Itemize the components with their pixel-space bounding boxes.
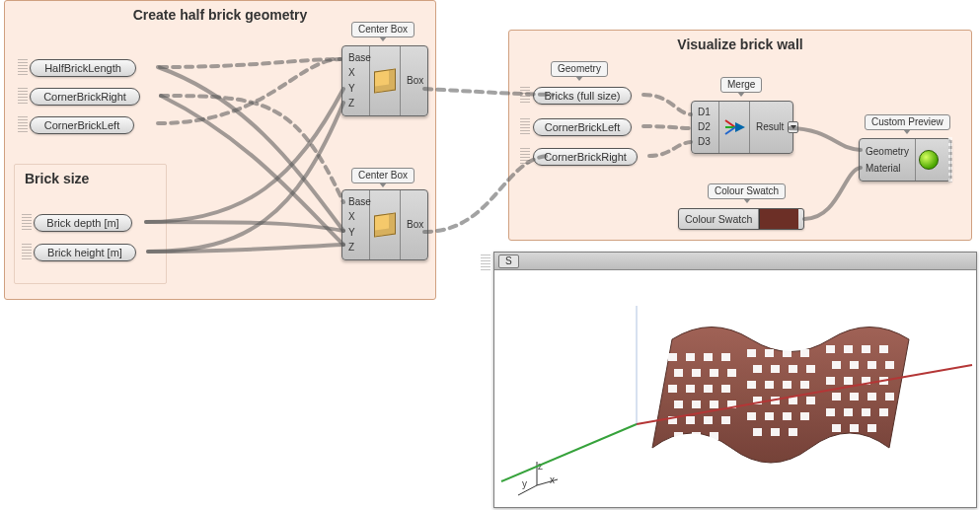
svg-rect-68 (710, 432, 718, 440)
svg-rect-23 (771, 365, 780, 373)
svg-rect-28 (867, 361, 876, 369)
svg-rect-42 (674, 401, 683, 408)
svg-rect-73 (850, 424, 859, 432)
svg-rect-29 (885, 361, 894, 369)
port-d3[interactable]: D3 (694, 135, 716, 149)
port-geometry[interactable]: Geometry (866, 146, 909, 157)
svg-rect-52 (867, 393, 876, 401)
subgroup-title: Brick size (25, 171, 89, 186)
svg-rect-19 (692, 369, 701, 377)
svg-rect-24 (789, 365, 797, 373)
port-z[interactable]: Z (344, 241, 367, 255)
port-x[interactable]: X (344, 66, 367, 80)
svg-rect-40 (862, 377, 870, 385)
svg-rect-67 (692, 432, 701, 440)
param-half-brick-length[interactable]: HalfBrickLength (30, 59, 136, 77)
box-icon (374, 68, 396, 93)
svg-rect-30 (668, 385, 677, 393)
swatch-chip[interactable] (759, 209, 798, 229)
svg-rect-61 (800, 412, 809, 420)
svg-rect-15 (844, 345, 853, 353)
svg-rect-70 (771, 428, 780, 436)
label-merge: Merge (720, 77, 762, 93)
port-box-out[interactable]: Box (403, 74, 431, 88)
svg-rect-44 (710, 401, 718, 408)
svg-rect-46 (753, 397, 762, 404)
label-geometry: Geometry (551, 61, 608, 77)
svg-rect-65 (879, 408, 888, 416)
node-center-box-2[interactable]: Base X Y Z Box (341, 189, 428, 260)
axes-gizmo-icon (512, 456, 562, 499)
svg-rect-43 (692, 401, 701, 408)
param-bricks-full-size[interactable]: Bricks (full size) (533, 87, 632, 105)
svg-rect-20 (710, 369, 718, 377)
port-y[interactable]: Y (344, 226, 367, 240)
port-d2[interactable]: D2 (694, 120, 716, 134)
param-corner-brick-left-2[interactable]: CornerBrickLeft (533, 118, 632, 136)
port-base[interactable]: Base (344, 51, 367, 65)
svg-rect-48 (789, 397, 797, 404)
node-custom-preview[interactable]: Geometry Material (859, 138, 951, 182)
svg-rect-62 (826, 408, 835, 416)
svg-rect-25 (806, 365, 815, 373)
label-custom-preview: Custom Preview (865, 114, 950, 130)
svg-rect-38 (826, 377, 835, 385)
svg-rect-10 (747, 349, 756, 357)
grip-icon (22, 214, 32, 232)
svg-rect-63 (844, 408, 853, 416)
svg-line-5 (725, 127, 735, 134)
svg-rect-31 (686, 385, 695, 393)
port-y[interactable]: Y (344, 82, 367, 96)
svg-rect-39 (844, 377, 853, 385)
port-box-out[interactable]: Box (403, 218, 431, 232)
svg-line-75 (537, 479, 558, 485)
merge-icon (723, 116, 745, 138)
svg-rect-58 (747, 412, 756, 420)
grip-icon (520, 87, 530, 105)
svg-rect-11 (765, 349, 774, 357)
svg-rect-53 (885, 393, 894, 401)
svg-rect-74 (867, 424, 876, 432)
ripped-edge (948, 137, 952, 182)
param-brick-height[interactable]: Brick height [m] (34, 244, 136, 261)
grip-icon (520, 118, 530, 136)
svg-rect-69 (753, 428, 762, 436)
svg-rect-8 (704, 353, 713, 361)
svg-rect-9 (721, 353, 730, 361)
port-result[interactable]: Result (756, 120, 784, 134)
port-base[interactable]: Base (344, 195, 367, 209)
svg-rect-45 (727, 401, 736, 408)
port-z[interactable]: Z (344, 97, 367, 110)
svg-line-3 (725, 120, 735, 127)
param-corner-brick-right-2[interactable]: CornerBrickRight (533, 148, 638, 166)
svg-rect-57 (721, 416, 730, 424)
port-d1[interactable]: D1 (694, 106, 716, 119)
svg-rect-33 (721, 385, 730, 393)
svg-rect-26 (832, 361, 841, 369)
grip-icon (481, 255, 490, 272)
svg-rect-56 (704, 416, 713, 424)
node-center-box-1[interactable]: Base X Y Z Box (341, 45, 428, 116)
param-corner-brick-left[interactable]: CornerBrickLeft (30, 116, 134, 134)
chevron-down-icon[interactable] (788, 121, 798, 133)
svg-rect-59 (765, 412, 774, 420)
swatch-label-text: Colour Swatch (679, 209, 759, 229)
param-brick-depth[interactable]: Brick depth [m] (34, 214, 132, 232)
svg-rect-32 (704, 385, 713, 393)
box-icon (374, 212, 396, 237)
viewport-titlebar[interactable]: S (494, 253, 976, 270)
port-material[interactable]: Material (866, 163, 909, 174)
port-x[interactable]: X (344, 210, 367, 224)
brick-wall-render (494, 270, 978, 509)
svg-rect-36 (783, 381, 792, 389)
viewport-window[interactable]: S (493, 252, 977, 508)
svg-rect-27 (850, 361, 859, 369)
svg-rect-14 (826, 345, 835, 353)
param-corner-brick-right[interactable]: CornerBrickRight (30, 88, 140, 106)
viewport-tab[interactable]: S (498, 255, 519, 268)
label-colour-swatch: Colour Swatch (708, 183, 786, 199)
node-colour-swatch[interactable]: Colour Swatch (678, 208, 804, 230)
svg-rect-34 (747, 381, 756, 389)
node-merge[interactable]: D1 D2 D3 Result (691, 101, 793, 154)
label-center-box-2: Center Box (351, 168, 415, 183)
